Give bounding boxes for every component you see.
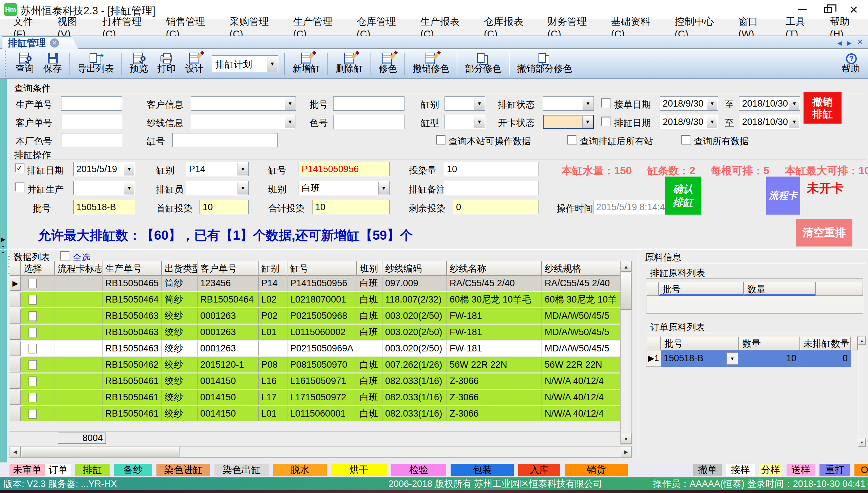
row-checkbox[interactable] xyxy=(29,360,37,370)
vat-no-op-field[interactable]: P1415050956 xyxy=(299,162,390,176)
order-batch-cell[interactable]: 150518-B ▼ xyxy=(661,350,739,367)
tab-paigang-guanli[interactable]: 排缸管理 ✕ xyxy=(2,36,79,49)
undo-fix-color-button[interactable]: 撤销修色 xyxy=(408,51,454,77)
row-checkbox[interactable] xyxy=(29,409,37,419)
column-header[interactable]: 未排缸数量 xyxy=(800,336,851,350)
row-checkbox[interactable] xyxy=(29,344,37,353)
clear-rearrange-button[interactable]: 清空重排 xyxy=(796,219,852,246)
query-site-checkbox[interactable] xyxy=(436,135,445,144)
column-header[interactable]: 批号 xyxy=(661,336,739,350)
card-status-combobox[interactable] xyxy=(543,115,594,129)
vat-class-op-combobox[interactable]: P14 xyxy=(186,162,249,176)
arranger-combobox[interactable] xyxy=(186,181,249,195)
tab-scroll-left-icon[interactable]: ◂ xyxy=(837,38,842,48)
arrange-date-from-picker[interactable]: 2018/9/30 xyxy=(660,115,718,129)
grid-row[interactable]: RB15050463 绞纱 0001263 L01 L0115060002 白班… xyxy=(10,325,636,341)
hscroll-thumb[interactable] xyxy=(21,446,180,457)
preview-button[interactable]: 预览 xyxy=(125,51,153,77)
recv-date-from-picker[interactable]: 2018/9/30 xyxy=(660,96,718,111)
scroll-down-icon[interactable]: ▼ xyxy=(858,438,866,446)
column-header[interactable]: 纱线编码 xyxy=(382,261,447,276)
vat-type-combobox[interactable] xyxy=(445,115,485,129)
column-header[interactable]: 纱线规格 xyxy=(542,261,620,276)
row-checkbox[interactable] xyxy=(29,377,37,386)
fix-color-button[interactable]: 修色 xyxy=(374,51,402,77)
factory-color-input[interactable] xyxy=(61,133,122,147)
undo-arrange-button[interactable]: 撤销 排缸 xyxy=(804,92,842,124)
recv-date-to-picker[interactable]: 2018/10/30 xyxy=(739,96,800,111)
row-checkbox[interactable] xyxy=(29,328,37,337)
dye-qty-input[interactable]: 10 xyxy=(444,162,539,176)
row-checkbox[interactable] xyxy=(29,393,37,402)
vat-class-combobox[interactable] xyxy=(445,96,485,111)
cust-info-combobox[interactable] xyxy=(191,96,296,111)
column-header[interactable]: 批号 xyxy=(659,282,744,296)
color-no-input[interactable] xyxy=(333,115,404,129)
row-checkbox[interactable] xyxy=(29,279,37,288)
first-dye-field[interactable]: 10 xyxy=(200,200,249,214)
chevron-down-icon[interactable]: ▼ xyxy=(727,352,738,365)
column-header[interactable]: 出货类型 xyxy=(162,261,197,276)
arrange-date-op-checkbox[interactable]: ✓ xyxy=(15,164,24,173)
arrange-date-to-picker[interactable]: 2018/10/30 xyxy=(739,115,800,129)
vat-no-input[interactable] xyxy=(172,133,278,147)
grid-row[interactable]: RB15050461 绞纱 0014150 L01 L0115060001 白班… xyxy=(10,406,636,422)
arrange-status-combobox[interactable] xyxy=(543,96,594,111)
report-type-combobox[interactable]: 排缸计划 ▼ xyxy=(212,55,278,72)
column-header[interactable]: 流程卡标志 xyxy=(55,261,102,276)
arrange-date-op-picker[interactable]: 2015/5/19 xyxy=(73,162,135,176)
tab-close-all-icon[interactable]: ✕ xyxy=(857,38,863,48)
partial-fix-color-button[interactable]: 部分修色 xyxy=(460,51,506,77)
help-button[interactable]: ? 帮助 xyxy=(837,51,865,77)
row-checkbox[interactable] xyxy=(29,311,37,321)
grid-row[interactable]: RB15050461 绞纱 0014150 L17 L1715050972 白班… xyxy=(10,390,636,406)
row-checkbox[interactable] xyxy=(29,295,37,305)
left-splitter-bar[interactable]: ▶ xyxy=(0,79,7,462)
column-header[interactable]: 选择 xyxy=(21,261,55,276)
column-header[interactable]: 班别 xyxy=(357,261,382,276)
remark-input[interactable] xyxy=(444,181,539,195)
toolbar-grip[interactable] xyxy=(5,51,7,77)
design-button[interactable]: 设计 xyxy=(181,51,208,77)
merge-prod-combobox[interactable] xyxy=(73,181,135,195)
yarn-info-combobox[interactable] xyxy=(191,115,296,129)
total-dye-field[interactable]: 10 xyxy=(312,200,390,214)
tab-close-icon[interactable]: ✕ xyxy=(50,38,59,48)
undo-partial-fix-color-button[interactable]: 撤销部分修色 xyxy=(512,51,577,77)
batch-no-input[interactable] xyxy=(333,96,404,111)
column-header[interactable]: 缸号 xyxy=(287,261,357,276)
materials-vscrollbar[interactable]: ▲ ▼ xyxy=(858,336,866,447)
column-header[interactable]: 纱线名称 xyxy=(447,261,542,276)
confirm-arrange-button[interactable]: 确认 排缸 xyxy=(665,177,701,215)
grid-vscrollbar[interactable]: ▲ ▼ xyxy=(620,261,632,444)
arrange-date-checkbox[interactable] xyxy=(601,117,610,126)
add-vat-button[interactable]: 新增缸 xyxy=(288,51,325,77)
scroll-left-icon[interactable]: ◀ xyxy=(10,446,21,457)
export-list-button[interactable]: ➔ 导出列表 xyxy=(73,51,119,77)
shift-combobox[interactable]: 白班 xyxy=(299,181,390,195)
query-after-checkbox[interactable] xyxy=(567,135,577,144)
scroll-up-icon[interactable]: ▲ xyxy=(858,336,866,345)
find-button[interactable]: 查询 xyxy=(11,51,39,77)
select-all-checkbox[interactable] xyxy=(60,251,70,260)
prod-no-input[interactable] xyxy=(61,96,122,111)
grid-row[interactable]: ▶ RB15050465 筒纱 123456 P14 P1415050956 白… xyxy=(10,276,636,292)
merge-prod-checkbox[interactable] xyxy=(15,183,24,192)
print-button[interactable]: 打印 xyxy=(153,51,181,77)
query-all-checkbox[interactable] xyxy=(681,135,691,144)
cust-no-input[interactable] xyxy=(61,115,122,129)
save-button[interactable]: 保存 xyxy=(39,51,67,77)
panel-splitter[interactable] xyxy=(638,250,639,458)
batch-op-field[interactable]: 150518-B xyxy=(73,200,135,214)
grid-row[interactable]: RB15050464 筒纱 RB15050464 L02 L0218070001… xyxy=(10,292,636,308)
grid-row[interactable]: RB15050463 绞纱 0001263 P0215050969A 003.0… xyxy=(10,341,636,357)
splitter-collapse-arrow-icon[interactable]: ▶ xyxy=(1,236,5,243)
column-header[interactable]: 数量 xyxy=(739,336,800,350)
column-header[interactable]: 数量 xyxy=(744,282,816,296)
column-header[interactable]: 客户单号 xyxy=(197,261,259,276)
column-header[interactable]: 生产单号 xyxy=(102,261,162,276)
scroll-down-icon[interactable]: ▼ xyxy=(621,433,631,444)
order-materials-row[interactable]: ▶1 150518-B ▼ 10 0 xyxy=(646,350,858,367)
grid-row[interactable]: RB15050461 绞纱 0014150 L16 L1615050971 白班… xyxy=(10,373,636,390)
vscroll-thumb[interactable] xyxy=(621,273,631,310)
